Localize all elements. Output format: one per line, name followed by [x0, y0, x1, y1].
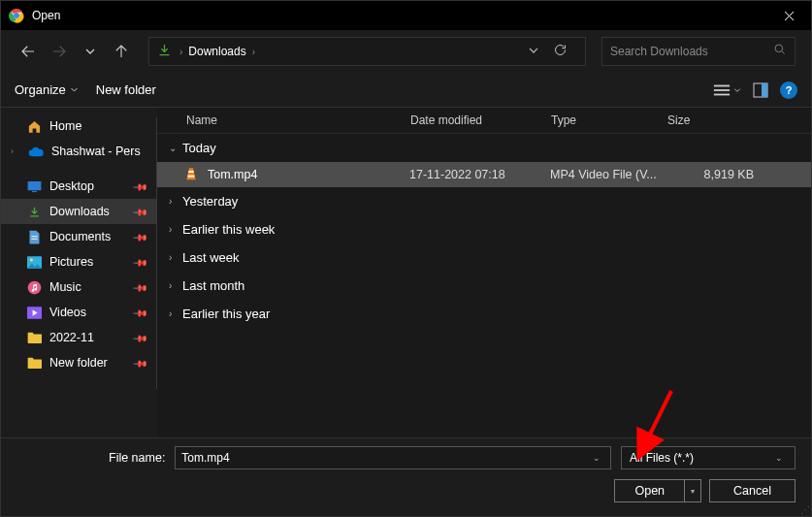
file-size: 8,919 KB — [666, 168, 754, 181]
sidebar-item-newfolder[interactable]: New folder 📌 — [1, 350, 156, 375]
file-date: 17-11-2022 07:18 — [409, 168, 550, 181]
forward-button[interactable] — [48, 40, 71, 63]
sidebar-item-label: Pictures — [49, 255, 93, 269]
search-input[interactable] — [610, 45, 773, 58]
pin-icon: 📌 — [133, 229, 148, 244]
desktop-icon — [26, 178, 42, 194]
toolbar: Organize New folder ? — [1, 73, 811, 108]
preview-pane-button[interactable] — [753, 82, 768, 98]
sidebar-item-documents[interactable]: Documents 📌 — [1, 224, 156, 249]
home-icon — [26, 118, 42, 134]
search-icon[interactable] — [773, 43, 787, 60]
column-name[interactable]: Name — [173, 113, 410, 127]
sidebar-item-videos[interactable]: Videos 📌 — [1, 300, 156, 325]
file-row[interactable]: Tom.mp4 17-11-2022 07:18 MP4 Video File … — [157, 162, 811, 187]
sidebar-item-label: Desktop — [49, 179, 94, 193]
recent-dropdown-button[interactable] — [79, 40, 102, 63]
open-button[interactable]: Open — [614, 479, 684, 502]
filename-combobox[interactable]: ⌄ — [175, 446, 611, 469]
column-headers: Name Date modified Type Size — [157, 108, 811, 134]
up-button[interactable] — [110, 40, 133, 63]
sidebar-item-label: Documents — [49, 230, 111, 243]
videos-icon — [26, 305, 42, 320]
sidebar-item-label: Downloads — [49, 205, 110, 218]
svg-point-1 — [14, 13, 19, 18]
search-box[interactable] — [601, 37, 796, 66]
group-label: Today — [182, 141, 216, 155]
pin-icon: 📌 — [133, 204, 148, 219]
pin-icon: 📌 — [133, 330, 148, 345]
sidebar-item-home[interactable]: Home — [1, 113, 156, 139]
pictures-icon — [26, 254, 42, 270]
help-button[interactable]: ? — [780, 81, 797, 99]
sidebar-item-label: Shashwat - Pers — [51, 145, 141, 158]
refresh-button[interactable] — [543, 43, 577, 61]
content-area: Home › Shashwat - Pers Desktop 📌 Downloa… — [1, 108, 811, 437]
group-label: Earlier this year — [182, 307, 270, 321]
svg-rect-9 — [32, 190, 37, 191]
cancel-button[interactable]: Cancel — [709, 479, 796, 502]
group-today[interactable]: ⌄ Today — [157, 134, 811, 162]
file-type: MP4 Video File (V... — [550, 168, 666, 181]
open-dialog: Open › Downloads › Organize — [0, 0, 812, 517]
file-name: Tom.mp4 — [208, 168, 257, 181]
group-lastweek[interactable]: › Last week — [157, 243, 811, 272]
pin-icon: 📌 — [133, 254, 148, 270]
filetype-combobox[interactable]: All Files (*.*) ⌄ — [621, 446, 796, 469]
open-dropdown-button[interactable]: ▾ — [684, 479, 701, 502]
pin-icon: 📌 — [133, 305, 148, 320]
filetype-value: All Files (*.*) — [630, 451, 771, 465]
svg-rect-16 — [188, 171, 193, 173]
sidebar-item-desktop[interactable]: Desktop 📌 — [1, 174, 156, 199]
titlebar: Open — [1, 1, 811, 30]
svg-rect-10 — [31, 236, 37, 237]
svg-rect-8 — [27, 180, 41, 189]
svg-point-14 — [27, 280, 41, 294]
group-earlieryear[interactable]: › Earlier this year — [157, 300, 811, 328]
back-button[interactable] — [16, 40, 40, 63]
organize-button[interactable]: Organize — [15, 82, 79, 97]
breadcrumb-separator[interactable]: › — [252, 47, 255, 57]
close-button[interactable] — [767, 1, 811, 30]
column-date[interactable]: Date modified — [410, 113, 551, 127]
svg-rect-3 — [714, 84, 730, 86]
svg-point-13 — [29, 258, 32, 261]
filename-label: File name: — [109, 451, 165, 465]
newfolder-button[interactable]: New folder — [96, 82, 156, 97]
folder-icon — [26, 355, 42, 371]
group-label: Last week — [182, 250, 240, 265]
sidebar-item-music[interactable]: Music 📌 — [1, 275, 156, 300]
sidebar-item-downloads[interactable]: Downloads 📌 — [1, 199, 156, 224]
group-earlierweek[interactable]: › Earlier this week — [157, 215, 811, 243]
sidebar-item-2022-11[interactable]: 2022-11 📌 — [1, 325, 156, 350]
sidebar-item-label: Home — [49, 119, 81, 133]
sidebar-item-onedrive[interactable]: › Shashwat - Pers — [1, 139, 156, 164]
column-size[interactable]: Size — [667, 113, 755, 127]
music-icon — [26, 279, 42, 295]
sidebar-item-label: Videos — [49, 306, 86, 319]
file-name-cell: Tom.mp4 — [184, 167, 409, 182]
chevron-down-icon[interactable]: ⌄ — [589, 453, 604, 463]
resize-grip[interactable]: ⋰ — [800, 504, 810, 515]
breadcrumb-downloads[interactable]: Downloads — [188, 45, 245, 58]
column-type[interactable]: Type — [551, 113, 667, 127]
file-list[interactable]: ⌄ Today Tom.mp4 17-11-2022 07:18 MP4 Vid… — [157, 134, 811, 437]
navigation-bar: › Downloads › — [1, 30, 811, 73]
address-dropdown-button[interactable] — [524, 43, 543, 60]
group-yesterday[interactable]: › Yesterday — [157, 187, 811, 215]
sidebar-item-label: Music — [49, 280, 81, 294]
group-label: Earlier this week — [182, 222, 275, 237]
documents-icon — [26, 229, 42, 244]
pin-icon: 📌 — [133, 178, 148, 194]
address-bar[interactable]: › Downloads › — [148, 37, 586, 66]
chevron-down-icon: ⌄ — [169, 143, 182, 153]
svg-rect-5 — [714, 93, 730, 95]
chevron-right-icon[interactable]: › — [11, 146, 20, 156]
breadcrumb: Downloads › — [182, 45, 524, 58]
cloud-icon — [28, 144, 44, 159]
filename-input[interactable] — [181, 451, 589, 465]
sidebar-item-pictures[interactable]: Pictures 📌 — [1, 249, 156, 275]
group-lastmonth[interactable]: › Last month — [157, 272, 811, 300]
view-details-button[interactable] — [713, 82, 741, 98]
chevron-down-icon[interactable]: ⌄ — [771, 453, 787, 463]
